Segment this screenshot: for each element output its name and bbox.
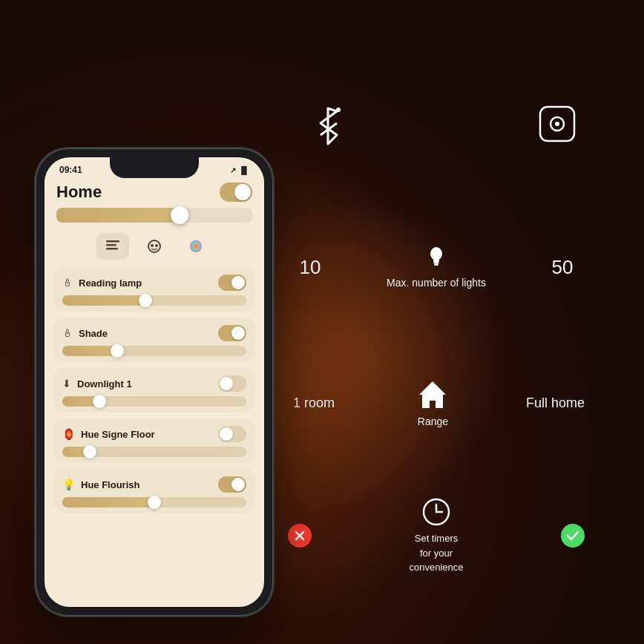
slider-thumb[interactable] <box>83 445 96 459</box>
bluetooth-icon <box>310 104 346 148</box>
bridge-icon <box>537 104 577 144</box>
home-toggle[interactable] <box>220 183 252 202</box>
house-icon <box>416 378 449 411</box>
list-item: 🏮 Hue Signe Floor <box>53 418 255 463</box>
home-header: Home <box>45 178 264 229</box>
light-item-top: 🕯 Reading lamp <box>62 275 246 291</box>
svg-rect-14 <box>434 264 438 266</box>
phone-screen: 09:41 ↗ ▐▌ Home <box>45 157 264 607</box>
phone-notch <box>110 157 199 178</box>
color-icon <box>188 239 203 254</box>
lights-label: Max. number of lights <box>387 276 486 291</box>
timers-no-badge <box>288 524 312 548</box>
svg-rect-2 <box>106 248 118 250</box>
light-item-top: 💡 Hue Flourish <box>62 476 246 493</box>
light-name: Downlight 1 <box>77 378 132 390</box>
svg-point-3 <box>148 240 160 252</box>
range-label: Range <box>418 415 448 427</box>
light-item-top: ⬇ Downlight 1 <box>62 375 246 392</box>
bluetooth-feature <box>310 104 346 148</box>
range-comparison-row: 1 room Range Full home <box>288 378 585 427</box>
timers-yes-badge <box>561 524 585 548</box>
tab-list[interactable] <box>96 233 129 260</box>
svg-rect-0 <box>106 240 119 243</box>
bridge-feature <box>537 104 577 144</box>
svg-point-7 <box>336 108 341 112</box>
list-icon <box>106 240 119 252</box>
light-name: Shade <box>79 328 108 339</box>
brightness-slider[interactable] <box>56 208 252 223</box>
top-icons-row <box>310 104 577 148</box>
info-panel: 10 Max. number of lights 50 1 room Range… <box>273 59 644 594</box>
timers-comparison-row: Set timersfor yourconvenience <box>288 497 585 575</box>
svg-point-6 <box>190 240 202 252</box>
svg-point-4 <box>151 244 154 247</box>
floor-lamp-icon: 🏮 <box>62 428 75 440</box>
downlight-icon: ⬇ <box>62 378 71 390</box>
bulb-icon: 🕯 <box>62 327 73 339</box>
light-item-top: 🏮 Hue Signe Floor <box>62 426 246 442</box>
bulb-icon: 🕯 <box>62 277 73 289</box>
light-toggle-2[interactable] <box>218 375 246 392</box>
lights-center: Max. number of lights <box>387 245 486 291</box>
slider-thumb[interactable] <box>93 395 106 408</box>
light-name: Hue Signe Floor <box>81 429 155 440</box>
light-item-left: ⬇ Downlight 1 <box>62 378 132 390</box>
slider-fill <box>62 295 145 306</box>
phone-mockup: 09:41 ↗ ▐▌ Home <box>36 148 273 616</box>
light-item-left: 🕯 Reading lamp <box>62 277 142 289</box>
list-item: 🕯 Reading lamp <box>53 267 255 312</box>
light-item-left: 🏮 Hue Signe Floor <box>62 428 155 440</box>
clock-icon <box>421 497 451 527</box>
range-center: Range <box>416 378 449 427</box>
status-icons: ↗ ▐▌ <box>230 166 249 174</box>
location-icon: ↗ <box>230 166 236 174</box>
light-slider-3[interactable] <box>62 447 246 457</box>
light-slider-1[interactable] <box>62 346 246 356</box>
list-item: 🕯 Shade <box>53 318 255 362</box>
light-toggle-3[interactable] <box>218 426 246 442</box>
home-title: Home <box>56 183 102 202</box>
light-toggle-0[interactable] <box>218 275 246 291</box>
ceiling-light-icon: 💡 <box>62 479 75 490</box>
slider-thumb[interactable] <box>111 344 124 358</box>
light-item-left: 🕯 Shade <box>62 327 108 339</box>
svg-rect-13 <box>434 262 439 264</box>
slider-fill <box>62 346 117 356</box>
slider-thumb[interactable] <box>139 294 152 307</box>
list-item: 💡 Hue Flourish <box>53 469 255 513</box>
light-name: Hue Flourish <box>81 479 139 490</box>
light-list: 🕯 Reading lamp 🕯 Shade <box>45 264 264 516</box>
light-toggle-1[interactable] <box>218 325 246 341</box>
light-item-top: 🕯 Shade <box>62 325 246 341</box>
status-time: 09:41 <box>59 165 82 175</box>
tab-scenes[interactable] <box>138 233 171 260</box>
lights-value-left: 10 <box>288 256 332 279</box>
x-icon <box>295 530 305 541</box>
check-icon <box>567 531 579 540</box>
brightness-fill <box>56 208 184 223</box>
timers-label: Set timersfor yourconvenience <box>410 531 464 575</box>
svg-point-10 <box>555 122 559 126</box>
light-slider-4[interactable] <box>62 497 246 507</box>
battery-icon: ▐▌ <box>239 166 249 174</box>
tab-color[interactable] <box>180 233 212 260</box>
brightness-thumb[interactable] <box>171 206 188 224</box>
range-value-left: 1 room <box>288 395 340 411</box>
timers-center: Set timersfor yourconvenience <box>410 497 464 575</box>
svg-marker-15 <box>419 381 446 408</box>
light-toggle-4[interactable] <box>218 476 246 493</box>
light-name: Reading lamp <box>79 277 142 289</box>
tab-bar <box>45 229 264 264</box>
slider-fill <box>62 497 154 507</box>
lightbulb-icon <box>429 245 444 270</box>
slider-thumb[interactable] <box>148 496 161 509</box>
home-title-row: Home <box>56 183 252 202</box>
light-item-left: 💡 Hue Flourish <box>62 479 139 490</box>
svg-rect-1 <box>106 244 116 246</box>
svg-point-5 <box>155 244 158 247</box>
light-slider-2[interactable] <box>62 396 246 407</box>
light-slider-0[interactable] <box>62 295 246 306</box>
svg-point-11 <box>430 247 442 260</box>
lights-comparison-row: 10 Max. number of lights 50 <box>288 245 585 291</box>
